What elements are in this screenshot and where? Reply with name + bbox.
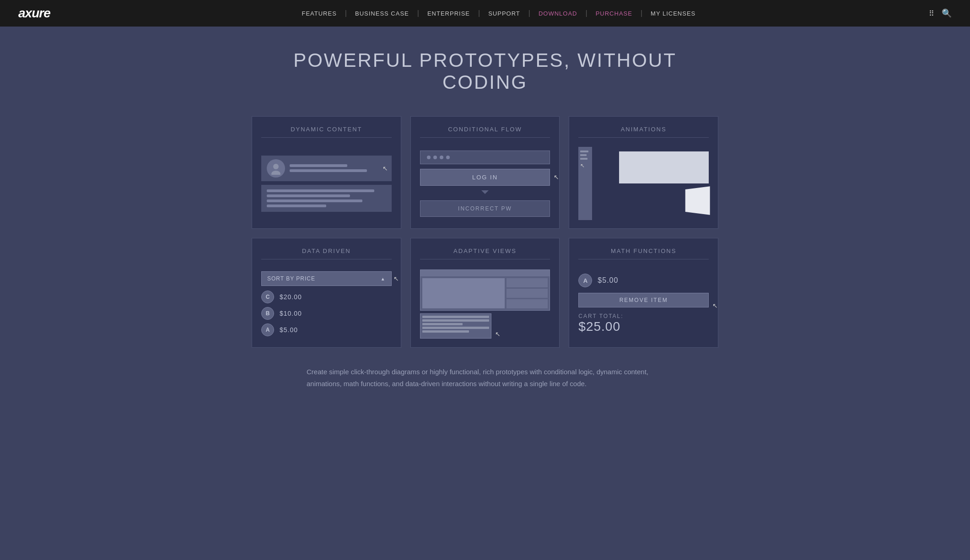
- nav-link-licenses[interactable]: MY LICENSES: [642, 10, 704, 17]
- cf-dropdown-arrow: [481, 190, 489, 194]
- anim-bar-2: [580, 154, 586, 156]
- cf-cursor-icon: ↖: [554, 173, 559, 181]
- nav-item-business-case[interactable]: BUSINESS CASE: [347, 10, 417, 17]
- nav-link-enterprise[interactable]: ENTERPRISE: [419, 10, 478, 17]
- cf-login-button[interactable]: LOG IN: [420, 169, 550, 186]
- card-title-adaptive-views: ADAPTIVE VIEWS: [420, 248, 550, 259]
- dd-cursor-icon: ↖: [393, 275, 399, 282]
- grid-icon[interactable]: ⠿: [929, 9, 934, 18]
- av-phone-row-1: [422, 316, 490, 318]
- av-desktop-titlebar: [420, 270, 550, 276]
- dc-line-1: [290, 164, 347, 167]
- nav-link-download[interactable]: DOWNLOAD: [530, 10, 586, 17]
- card-dynamic-content: DYNAMIC CONTENT: [252, 116, 401, 229]
- mf-remove-button[interactable]: REMOVE ITEM: [578, 293, 709, 307]
- av-cursor-icon: ↖: [495, 330, 501, 338]
- adaptive-views-visual: ↖: [420, 269, 550, 339]
- hero-title: POWERFUL PROTOTYPES, WITHOUT CODING: [252, 49, 718, 93]
- nav-item-enterprise[interactable]: ENTERPRISE: [419, 10, 478, 17]
- mf-item-a: A $5.00: [578, 274, 709, 287]
- av-sidebar-row-2: [507, 289, 548, 298]
- cards-grid: DYNAMIC CONTENT: [252, 116, 718, 348]
- dd-sort-label: SORT BY PRICE: [267, 275, 315, 282]
- card-adaptive-views: ADAPTIVE VIEWS: [410, 238, 560, 348]
- anim-sidebar: ↖: [578, 147, 592, 220]
- dc-line-2: [290, 169, 367, 172]
- av-mobile-row: ↖: [420, 313, 550, 339]
- anim-bar-1: [580, 151, 588, 152]
- nav-right: ⠿ 🔍: [929, 8, 952, 18]
- navigation: axure FEATURES | BUSINESS CASE | ENTERPR…: [0, 0, 970, 27]
- dd-item-list: C $20.00 B $10.00 A $5.00: [261, 291, 392, 336]
- nav-item-download[interactable]: DOWNLOAD: [530, 10, 586, 17]
- dc-content-row-2: [267, 194, 350, 197]
- dc-avatar: [267, 159, 285, 178]
- dd-badge-a: A: [261, 323, 274, 336]
- mf-item-price: $5.00: [598, 276, 618, 285]
- dd-item-c: C $20.00: [261, 291, 392, 303]
- nav-item-features[interactable]: FEATURES: [293, 10, 345, 17]
- av-phone-row-3: [422, 323, 463, 325]
- mf-total-section: CART TOTAL: $25.00: [578, 313, 709, 334]
- math-functions-visual: A $5.00 REMOVE ITEM ↖ CART TOTAL: $25.00: [578, 274, 709, 334]
- card-content-dynamic-content: ↖: [261, 146, 392, 221]
- dd-sort-button[interactable]: SORT BY PRICE ▲ ↖: [261, 271, 392, 286]
- card-data-driven: DATA DRIVEN SORT BY PRICE ▲ ↖ C $20.00: [252, 238, 401, 348]
- av-sidebar-row-1: [507, 278, 548, 287]
- anim-box-large: [619, 151, 709, 183]
- mf-total-amount: $25.00: [578, 319, 709, 334]
- dc-content-block: [261, 185, 392, 212]
- dd-price-a: $5.00: [280, 326, 298, 334]
- nav-link-purchase[interactable]: PURCHASE: [587, 10, 641, 17]
- card-content-animations: ↖: [578, 146, 709, 221]
- nav-links: FEATURES | BUSINESS CASE | ENTERPRISE | …: [69, 9, 929, 17]
- mf-remove-wrap: REMOVE ITEM ↖: [578, 293, 709, 307]
- anim-bar-3: [580, 158, 587, 160]
- mf-cursor-icon: ↖: [712, 302, 718, 309]
- main-content: POWERFUL PROTOTYPES, WITHOUT CODING DYNA…: [233, 27, 737, 408]
- dynamic-content-visual: ↖: [261, 156, 392, 212]
- card-content-data-driven: SORT BY PRICE ▲ ↖ C $20.00 B $10.00: [261, 268, 392, 340]
- card-content-math-functions: A $5.00 REMOVE ITEM ↖ CART TOTAL: $25.00: [578, 268, 709, 340]
- card-title-dynamic-content: DYNAMIC CONTENT: [261, 126, 392, 138]
- svg-point-1: [271, 171, 280, 175]
- dc-profile-row: ↖: [261, 156, 392, 181]
- dd-sort-arrow-icon: ▲: [381, 276, 386, 281]
- nav-item-support[interactable]: SUPPORT: [480, 10, 528, 17]
- cf-login-wrap: LOG IN ↖: [420, 169, 550, 186]
- av-sidebar-column: [507, 278, 548, 308]
- dd-item-b: B $10.00: [261, 307, 392, 320]
- cf-dot-2: [433, 156, 437, 159]
- card-title-math-functions: MATH FUNCTIONS: [578, 248, 709, 259]
- nav-link-features[interactable]: FEATURES: [293, 10, 345, 17]
- dc-lines: [290, 164, 386, 172]
- cf-dot-1: [427, 156, 431, 159]
- mf-total-label: CART TOTAL:: [578, 313, 709, 319]
- anim-box-small: [685, 186, 710, 215]
- logo[interactable]: axure: [18, 6, 50, 21]
- dc-cursor-icon: ↖: [383, 165, 388, 172]
- nav-link-support[interactable]: SUPPORT: [480, 10, 528, 17]
- dd-price-b: $10.00: [280, 310, 302, 317]
- anim-cursor-icon: ↖: [580, 162, 590, 169]
- cf-dot-3: [440, 156, 443, 159]
- dc-content-row-4: [267, 205, 326, 207]
- dd-badge-c: C: [261, 291, 274, 303]
- dd-item-a: A $5.00: [261, 323, 392, 336]
- card-title-animations: ANIMATIONS: [578, 126, 709, 138]
- search-icon[interactable]: 🔍: [942, 8, 952, 18]
- av-phone-row-4: [422, 327, 490, 329]
- conditional-flow-visual: LOG IN ↖ INCORRECT PW: [420, 151, 550, 217]
- card-conditional-flow: CONDITIONAL FLOW LOG IN ↖ INCORRECT PW: [410, 116, 560, 229]
- card-animations: ANIMATIONS ↖: [569, 116, 718, 229]
- cf-password-field: [420, 151, 550, 164]
- card-content-adaptive-views: ↖: [420, 268, 550, 340]
- av-main-column: [422, 278, 505, 308]
- mf-badge-a: A: [578, 274, 592, 287]
- dd-price-c: $20.00: [280, 293, 302, 301]
- nav-item-licenses[interactable]: MY LICENSES: [642, 10, 704, 17]
- nav-link-business-case[interactable]: BUSINESS CASE: [347, 10, 417, 17]
- av-phone-row-5: [422, 330, 469, 333]
- nav-item-purchase[interactable]: PURCHASE: [587, 10, 641, 17]
- av-sidebar-row-3: [507, 299, 548, 308]
